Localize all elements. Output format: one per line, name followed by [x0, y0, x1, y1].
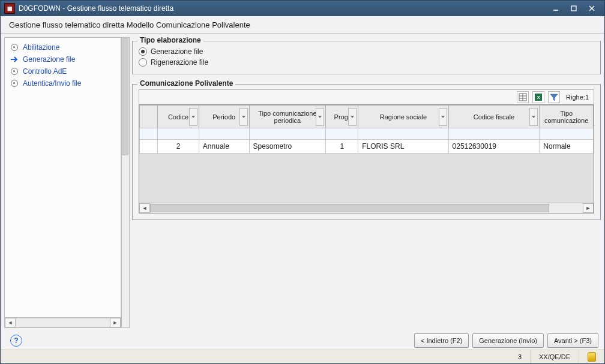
radio-icon: [139, 58, 147, 67]
radio-generazione-file[interactable]: Generazione file: [139, 46, 594, 57]
scroll-left-icon[interactable]: ◄: [139, 203, 150, 213]
grid-toolbar: X Righe:1: [139, 89, 594, 104]
cell-tipo-comunicazione[interactable]: Normale: [540, 140, 594, 154]
cell-codice-fiscale[interactable]: 02512630019: [448, 140, 540, 154]
dropdown-icon[interactable]: [439, 108, 447, 126]
arrow-right-icon: [11, 56, 18, 63]
sidebar-item-label: Autentica/Invio file: [23, 79, 81, 88]
sidebar-item-controllo-ade[interactable]: Controllo AdE: [10, 65, 116, 77]
col-tipo-comunicazione[interactable]: Tipo comunicazione: [540, 106, 594, 128]
database-icon: [588, 352, 596, 362]
col-codice[interactable]: Codice: [158, 106, 199, 128]
minimize-button[interactable]: [547, 2, 565, 14]
group-tipo-elaborazione: Tipo elaborazione Generazione file Rigen…: [132, 41, 601, 74]
scroll-right-icon[interactable]: ►: [110, 318, 121, 327]
scroll-track[interactable]: [16, 318, 110, 327]
sidebar-item-label: Controllo AdE: [23, 67, 67, 76]
window-controls: [547, 2, 601, 14]
radio-rigenerazione-file[interactable]: Rigenerazione file: [139, 57, 594, 68]
radio-label: Generazione file: [151, 47, 203, 56]
status-bar: 3 XX/QE/DE: [1, 350, 604, 363]
row-header-blank: [140, 106, 158, 128]
data-grid: Codice Periodo Tipo comunicazione period…: [139, 104, 594, 213]
dropdown-icon[interactable]: [189, 108, 197, 126]
sidebar-item-label: Abilitazione: [23, 43, 59, 52]
col-ragione-sociale[interactable]: Ragione sociale: [358, 106, 448, 128]
sidebar-item-label: Generazione file: [23, 55, 75, 64]
sidebar-item-autentica-invio[interactable]: Autentica/Invio file: [10, 77, 116, 89]
splitter-scrollbar[interactable]: [121, 37, 130, 328]
app-window: ▦ D0GFODWN - Gestione flusso telematico …: [0, 0, 605, 364]
content-area: Tipo elaborazione Generazione file Rigen…: [132, 37, 601, 328]
bullet-icon: [11, 44, 18, 51]
group-legend: Comunicazione Polivalente: [137, 79, 235, 88]
sidebar-item-abilitazione[interactable]: Abilitazione: [10, 41, 116, 53]
main-area: Abilitazione Generazione file Controllo …: [1, 34, 604, 332]
cell-codice[interactable]: 2: [158, 140, 199, 154]
titlebar: ▦ D0GFODWN - Gestione flusso telematico …: [1, 1, 604, 16]
cell-tipo-periodica[interactable]: Spesometro: [249, 140, 326, 154]
bullet-icon: [11, 80, 18, 87]
dropdown-icon[interactable]: [316, 108, 324, 126]
sidebar-item-generazione-file[interactable]: Generazione file: [10, 53, 116, 65]
action-bar: ? < Indietro (F2) Generazione (Invio) Av…: [1, 332, 604, 350]
filter-icon[interactable]: [548, 91, 560, 103]
dropdown-icon[interactable]: [348, 108, 357, 126]
group-comunicazione: Comunicazione Polivalente X Righe:1: [132, 84, 601, 220]
dropdown-icon[interactable]: [529, 108, 538, 126]
svg-rect-1: [571, 6, 576, 11]
col-prog[interactable]: Prog.: [326, 106, 358, 128]
cell-ragione-sociale[interactable]: FLORIS SRL: [358, 140, 448, 154]
grid-config-icon[interactable]: [517, 91, 529, 103]
window-title-suffix: Gestione flusso telematico diretta: [67, 4, 173, 13]
col-periodo[interactable]: Periodo: [199, 106, 249, 128]
status-env: XX/QE/DE: [531, 350, 579, 363]
cell-prog[interactable]: 1: [326, 140, 358, 154]
grid-filter-row[interactable]: [140, 128, 594, 140]
close-button[interactable]: [583, 2, 601, 14]
grid-header-row: Codice Periodo Tipo comunicazione period…: [140, 106, 594, 128]
back-button[interactable]: < Indietro (F2): [414, 333, 469, 348]
help-icon[interactable]: ?: [10, 335, 22, 347]
sidebar: Abilitazione Generazione file Controllo …: [4, 37, 121, 328]
rows-count: Righe:1: [564, 94, 591, 101]
status-number: 3: [510, 350, 531, 363]
radio-icon: [139, 47, 147, 56]
group-legend: Tipo elaborazione: [137, 37, 203, 44]
generate-button[interactable]: Generazione (Invio): [472, 333, 544, 348]
scroll-left-icon[interactable]: ◄: [5, 318, 16, 327]
grid-scrollbar[interactable]: ◄ ►: [139, 203, 594, 213]
col-codice-fiscale[interactable]: Codice fiscale: [448, 106, 540, 128]
next-button[interactable]: Avanti > (F3): [547, 333, 598, 348]
scroll-right-icon[interactable]: ►: [583, 203, 594, 213]
table-row[interactable]: 2 Annuale Spesometro 1 FLORIS SRL 025126…: [140, 140, 594, 154]
dropdown-icon[interactable]: [239, 108, 248, 126]
col-tipo-periodica[interactable]: Tipo comunicazione periodica: [249, 106, 326, 128]
export-excel-icon[interactable]: X: [532, 91, 544, 103]
sidebar-scrollbar[interactable]: ◄ ►: [5, 317, 121, 327]
window-code: D0GFODWN: [19, 4, 61, 13]
cell-periodo[interactable]: Annuale: [199, 140, 249, 154]
radio-label: Rigenerazione file: [151, 58, 208, 67]
bullet-icon: [11, 68, 18, 75]
window-title: D0GFODWN - Gestione flusso telematico di…: [19, 4, 547, 13]
maximize-button[interactable]: [565, 2, 583, 14]
page-subtitle: Gestione flusso telematico diretta Model…: [1, 16, 604, 34]
app-icon: ▦: [4, 3, 15, 14]
